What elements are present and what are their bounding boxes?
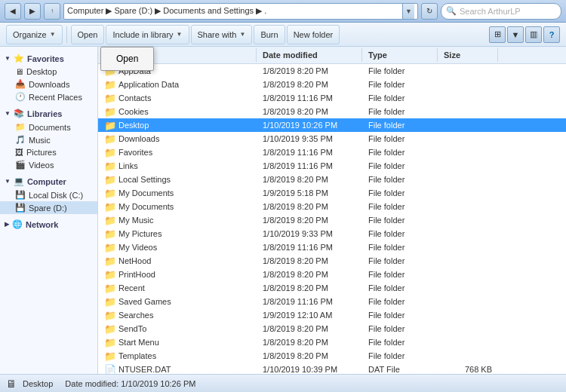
file-cell-name: 📁 PrintHood (98, 269, 257, 280)
computer-icon: 💻 (14, 176, 24, 186)
folder-icon: 📁 (104, 133, 116, 145)
file-name-text: My Documents (118, 188, 174, 198)
sidebar-section-network: ▶ 🌐 Network (0, 217, 97, 231)
file-cell-type: File folder (362, 93, 438, 103)
refresh-button[interactable]: ↻ (421, 3, 438, 20)
column-type-header[interactable]: Type (362, 48, 438, 62)
new-folder-label: New folder (294, 30, 334, 39)
forward-button[interactable]: ▶ (24, 3, 41, 20)
table-row[interactable]: 📁 Recent 1/8/2019 8:20 PM File folder (98, 281, 566, 295)
table-row[interactable]: 📁 My Pictures 1/10/2019 9:33 PM File fol… (98, 227, 566, 240)
table-row[interactable]: 📁 Desktop 1/10/2019 10:26 PM File folder (98, 118, 566, 132)
sidebar-item-pictures[interactable]: 🖼 Pictures (0, 146, 97, 158)
table-row[interactable]: 📁 Contacts 1/8/2019 11:16 PM File folder (98, 91, 566, 105)
new-folder-button[interactable]: New folder (287, 25, 340, 44)
include-library-label: Include in library (112, 30, 173, 39)
folder-icon: 📁 (104, 147, 116, 158)
burn-button[interactable]: Burn (254, 25, 285, 44)
sidebar-computer-header[interactable]: ▼ 💻 Computer (0, 174, 97, 188)
file-cell-date: 1/8/2019 8:20 PM (257, 283, 362, 292)
file-name-text: My Pictures (118, 229, 161, 238)
table-row[interactable]: 📁 Favorites 1/8/2019 11:16 PM File folde… (98, 145, 566, 159)
column-size-header[interactable]: Size (438, 48, 498, 62)
table-row[interactable]: 📄 NTUSER.DAT 1/10/2019 10:39 PM DAT File… (98, 363, 566, 374)
sidebar-section-favorites: ▼ ⭐ Favorites 🖥 Desktop 📥 Downloads 🕐 Re… (0, 51, 97, 103)
table-row[interactable]: 📁 My Videos 1/8/2019 11:16 PM File folde… (98, 240, 566, 254)
file-cell-type: File folder (362, 107, 438, 116)
view-dropdown-button[interactable]: ▼ (507, 26, 524, 43)
file-cell-name: 📁 SendTo (98, 323, 257, 335)
folder-icon: 📁 (104, 323, 116, 335)
file-cell-date: 1/8/2019 8:20 PM (257, 338, 362, 347)
folder-icon: 📁 (104, 79, 116, 90)
back-button[interactable]: ◀ (5, 3, 21, 20)
help-button[interactable]: ? (543, 26, 560, 43)
table-row[interactable]: 📁 Searches 1/9/2019 12:10 AM File folder (98, 308, 566, 322)
table-row[interactable]: 📁 AppData 1/8/2019 8:20 PM File folder (98, 64, 566, 78)
table-row[interactable]: 📁 Templates 1/8/2019 8:20 PM File folder (98, 349, 566, 363)
sidebar-item-music[interactable]: 🎵 Music (0, 133, 97, 146)
favorites-collapse-icon: ▼ (5, 55, 11, 62)
table-row[interactable]: 📁 Local Settings 1/8/2019 8:20 PM File f… (98, 173, 566, 186)
folder-icon: 📁 (104, 296, 116, 308)
sidebar-network-header[interactable]: ▶ 🌐 Network (0, 217, 97, 231)
table-row[interactable]: 📁 Start Menu 1/8/2019 8:20 PM File folde… (98, 335, 566, 349)
open-button[interactable]: Open (71, 25, 105, 44)
file-name-text: Contacts (118, 93, 151, 103)
table-row[interactable]: 📁 My Music 1/8/2019 8:20 PM File folder (98, 213, 566, 227)
organize-label: Organize (13, 30, 47, 39)
search-box[interactable]: 🔍 Search ArthurLP (441, 3, 561, 20)
file-cell-date: 1/8/2019 11:16 PM (257, 93, 362, 103)
sidebar-item-desktop[interactable]: 🖥 Desktop (0, 66, 97, 78)
file-name-text: Cookies (118, 107, 149, 116)
organize-button[interactable]: Organize ▼ (6, 25, 63, 44)
column-date-header[interactable]: Date modified (257, 48, 362, 62)
table-row[interactable]: 📁 Application Data 1/8/2019 8:20 PM File… (98, 78, 566, 91)
table-row[interactable]: 📁 Cookies 1/8/2019 8:20 PM File folder (98, 105, 566, 118)
open-popup-item[interactable]: Open (101, 51, 153, 67)
file-name-text: Searches (118, 311, 153, 320)
file-name-text: My Music (118, 216, 153, 225)
open-popup: Open (100, 47, 154, 71)
folder-icon: 📁 (104, 161, 116, 172)
table-row[interactable]: 📁 SendTo 1/8/2019 8:20 PM File folder (98, 322, 566, 335)
sidebar-favorites-header[interactable]: ▼ ⭐ Favorites (0, 51, 97, 66)
file-name-text: Local Settings (118, 175, 171, 184)
table-row[interactable]: 📁 My Documents 1/9/2019 5:18 PM File fol… (98, 186, 566, 200)
address-dropdown[interactable]: ▼ (402, 4, 414, 19)
title-bar: ◀ ▶ ↑ Computer ▶ Spare (D:) ▶ Documents … (0, 0, 566, 23)
file-name-text: SendTo (118, 324, 146, 333)
sidebar-libraries-header[interactable]: ▼ 📚 Libraries (0, 106, 97, 121)
sidebar-recent-places-label: Recent Places (29, 93, 82, 102)
preview-pane-button[interactable]: ▥ (525, 26, 542, 43)
sidebar-item-local-disk-c[interactable]: 💾 Local Disk (C:) (0, 188, 97, 201)
file-cell-date: 1/8/2019 8:20 PM (257, 351, 362, 360)
include-library-button[interactable]: Include in library ▼ (106, 25, 189, 44)
view-buttons: ⊞ ▼ ▥ ? (489, 26, 560, 43)
table-row[interactable]: 📁 PrintHood 1/8/2019 8:20 PM File folder (98, 268, 566, 281)
file-name-text: My Videos (118, 243, 157, 252)
view-toggle-button[interactable]: ⊞ (489, 26, 506, 43)
sidebar-item-videos[interactable]: 🎬 Videos (0, 158, 97, 171)
file-name-text: NetHood (118, 256, 151, 265)
share-button[interactable]: Share with ▼ (191, 25, 253, 44)
table-row[interactable]: 📁 My Documents 1/8/2019 8:20 PM File fol… (98, 200, 566, 213)
file-cell-type: File folder (362, 202, 438, 211)
file-cell-name: 📁 My Documents (98, 188, 257, 199)
file-cell-name: 📁 Favorites (98, 147, 257, 158)
address-bar[interactable]: Computer ▶ Spare (D:) ▶ Documents and Se… (63, 3, 418, 20)
sidebar-item-recent-places[interactable]: 🕐 Recent Places (0, 90, 97, 103)
sidebar-item-downloads[interactable]: 📥 Downloads (0, 78, 97, 90)
include-library-arrow-icon: ▼ (177, 31, 183, 38)
table-row[interactable]: 📁 NetHood 1/8/2019 8:20 PM File folder (98, 254, 566, 268)
folder-icon: 📁 (104, 256, 116, 267)
file-cell-name: 📁 Recent (98, 283, 257, 294)
file-cell-date: 1/8/2019 11:16 PM (257, 161, 362, 170)
sidebar-item-documents[interactable]: 📁 Documents (0, 121, 97, 133)
table-row[interactable]: 📁 Saved Games 1/8/2019 11:16 PM File fol… (98, 295, 566, 308)
sidebar-item-spare-d[interactable]: 💾 Spare (D:) (0, 201, 97, 214)
up-button[interactable]: ↑ (44, 3, 60, 20)
table-row[interactable]: 📁 Downloads 1/10/2019 9:35 PM File folde… (98, 132, 566, 145)
file-cell-type: File folder (362, 351, 438, 360)
table-row[interactable]: 📁 Links 1/8/2019 11:16 PM File folder (98, 159, 566, 173)
